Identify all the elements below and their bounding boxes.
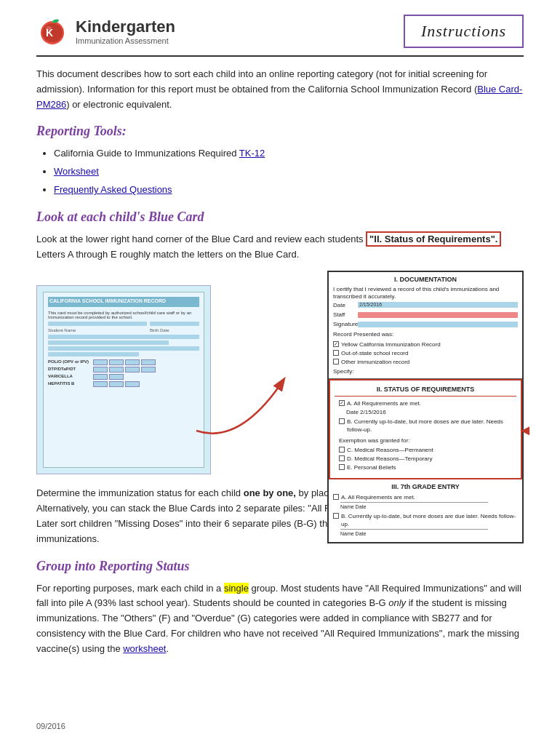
bc-dose	[109, 359, 124, 365]
documentation-section: I. DOCUMENTATION I certify that I review…	[329, 272, 522, 379]
status-checkbox-d	[339, 455, 345, 461]
list-item: California Guide to Immunizations Requir…	[54, 146, 524, 162]
bc-dose	[125, 367, 140, 372]
record-option-3-label: Other immunization record	[341, 358, 409, 366]
grade-b-label: B. Currently up-to-date, but more doses …	[341, 512, 518, 528]
bc-vax-doses	[93, 359, 199, 365]
bc-vax-doses2	[93, 367, 199, 372]
status-a-label: A. All Requirements are met.	[347, 399, 421, 407]
status-requirements-section: II. STATUS OF REQUIREMENTS A. All Requir…	[329, 379, 522, 479]
bc-vax-doses4	[93, 381, 199, 387]
list-item: Frequently Asked Questions	[54, 183, 524, 198]
instructions-box: Instructions	[404, 15, 524, 48]
record-option-2-label: Out-of-state school record	[341, 349, 408, 357]
status-b-label: B. Currently up-to-date, but more doses …	[347, 418, 512, 434]
blue-card-header: CALIFORNIA SCHOOL IMMUNIZATION RECORD	[48, 297, 199, 307]
bc-vaccine-grid: POLIO (OPV or IPV) DTP/DTaP/DT	[48, 359, 199, 387]
grade-a-label: A. All Requirements are met.	[341, 493, 415, 501]
determine-bold: one by one,	[244, 487, 296, 498]
status-c-label: C. Medical Reasons—Permanent	[347, 446, 433, 454]
status-title: II. STATUS OF REQUIREMENTS	[335, 383, 516, 397]
bc-line	[48, 346, 199, 351]
bc-dose	[125, 359, 140, 365]
group-only: only	[388, 597, 406, 608]
status-d-label: D. Medical Reasons—Temporary	[347, 455, 432, 463]
specify-label: Specify:	[333, 367, 518, 375]
sig-row: Signature	[333, 320, 518, 328]
bc-label: Student Name	[48, 328, 147, 332]
bc-line	[48, 340, 169, 345]
faq-link[interactable]: Frequently Asked Questions	[54, 184, 172, 195]
grade-a: A. All Requirements are met.	[333, 493, 518, 501]
bc-line	[48, 335, 199, 339]
blue-card-text-before: Look at the lower right hand corner of t…	[36, 234, 366, 244]
header-divider	[36, 55, 524, 57]
record-option-1-label: Yellow California Immunization Record	[341, 340, 441, 348]
bc-col2: Birth Date	[150, 322, 199, 332]
reporting-tools-section: Reporting Tools: California Guide to Imm…	[36, 124, 524, 197]
group-section: Group into Reporting Status For reportin…	[36, 559, 524, 657]
red-arrow-pointer: ◄	[518, 420, 532, 440]
sig-label: Signature	[333, 320, 355, 328]
grade-checkbox-b	[333, 513, 339, 519]
page: K Kindergarten Immunization Assessment I…	[0, 0, 560, 745]
blue-card-text: Look at the lower right hand corner of t…	[36, 232, 524, 263]
bc-dose	[93, 374, 108, 380]
worksheet-link[interactable]: Worksheet	[54, 166, 99, 177]
list-item: Worksheet	[54, 164, 524, 180]
blue-card-heading: Look at each child's Blue Card	[36, 210, 524, 225]
image-container: CALIFORNIA SCHOOL IMMUNIZATION RECORD Th…	[36, 271, 524, 474]
status-d: D. Medical Reasons—Temporary	[339, 455, 512, 463]
record-label: Record Presented was:	[333, 330, 518, 338]
status-e-label: E. Personal Beliefs	[347, 463, 396, 471]
logo-subtitle: Immunization Assessment	[76, 36, 175, 45]
logo-text-area: Kindergarten Immunization Assessment	[76, 17, 175, 45]
group-text-4: .	[166, 643, 169, 654]
status-date: Date 2/15/2016	[346, 408, 512, 416]
exemption-label: Exemption was granted for:	[339, 437, 512, 445]
bc-line	[48, 352, 139, 356]
group-heading: Group into Reporting Status	[36, 559, 524, 574]
blue-card-subtext: This card must be completed by authorize…	[48, 311, 199, 319]
intro-text-after: ) or electronic equivalent.	[66, 99, 172, 110]
status-options: A. All Requirements are met. Date 2/15/2…	[335, 397, 516, 476]
bc-dose	[141, 367, 156, 372]
logo-title: Kindergarten	[76, 17, 175, 36]
sig-value	[358, 322, 518, 327]
status-checkbox-a	[339, 400, 345, 406]
status-checkbox-e	[339, 464, 345, 470]
reporting-tools-heading: Reporting Tools:	[36, 124, 524, 139]
grade-checkbox-a	[333, 494, 339, 500]
checkbox-1	[333, 341, 339, 347]
staff-row: Staff	[333, 311, 518, 319]
date-row: Date 2/15/2016	[333, 301, 518, 309]
record-option-2: Out-of-state school record	[333, 349, 518, 357]
status-panel: I. DOCUMENTATION I certify that I review…	[327, 271, 524, 543]
footer: 09/2016	[36, 722, 65, 730]
bc-vax-doses3	[93, 374, 199, 380]
worksheet-link-2[interactable]: worksheet	[123, 643, 166, 654]
date-value: 2/15/2016	[358, 302, 518, 308]
bc-vax-label: POLIO (OPV or IPV)	[48, 359, 92, 365]
bc-dose	[125, 381, 140, 387]
status-checkbox-c	[339, 447, 345, 453]
blue-card-image: CALIFORNIA SCHOOL IMMUNIZATION RECORD Th…	[36, 285, 211, 474]
doc-text: I certify that I reviewed a record of th…	[333, 286, 518, 301]
tk12-link[interactable]: TK-12	[239, 148, 265, 159]
staff-value	[358, 312, 518, 318]
bc-line	[150, 322, 199, 326]
blue-card-row1: Student Name Birth Date	[48, 322, 199, 332]
checkbox-2	[333, 350, 339, 356]
bc-dose	[141, 359, 156, 365]
logo-area: K Kindergarten Immunization Assessment	[36, 15, 175, 47]
blue-card-inner: CALIFORNIA SCHOOL IMMUNIZATION RECORD Th…	[43, 292, 204, 468]
status-e: E. Personal Beliefs	[339, 463, 512, 471]
status-c: C. Medical Reasons—Permanent	[339, 446, 512, 454]
blue-card-lines: CALIFORNIA SCHOOL IMMUNIZATION RECORD Th…	[44, 292, 204, 391]
grade-name-date: Name Date	[340, 502, 488, 511]
grade-name-date2: Name Date	[340, 529, 488, 538]
single-highlight: single	[224, 583, 249, 594]
bc-col1: Student Name	[48, 322, 147, 332]
bc-label2: Birth Date	[150, 328, 199, 332]
blue-card-section: Look at each child's Blue Card Look at t…	[36, 210, 524, 475]
